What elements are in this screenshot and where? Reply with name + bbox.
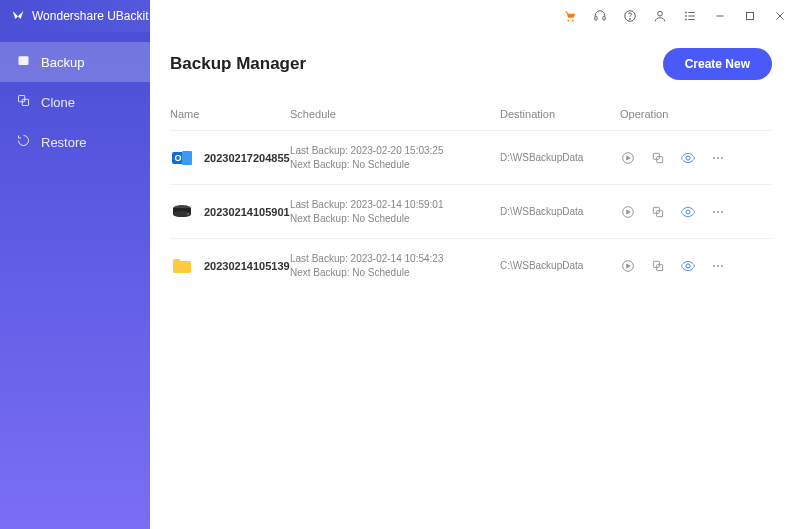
page-title: Backup Manager — [170, 54, 306, 74]
destination-path: D:\WSBackupData — [500, 206, 620, 217]
copy-icon[interactable] — [650, 150, 666, 166]
sidebar-item-label: Clone — [41, 95, 75, 110]
app-title: Wondershare UBackit — [32, 9, 149, 23]
next-backup: Next Backup: No Schedule — [290, 266, 500, 280]
more-icon[interactable] — [710, 258, 726, 274]
col-header-operation: Operation — [620, 108, 760, 120]
headset-icon[interactable] — [586, 2, 614, 30]
next-backup: Next Backup: No Schedule — [290, 212, 500, 226]
cart-icon[interactable] — [556, 2, 584, 30]
user-icon[interactable] — [646, 2, 674, 30]
view-icon[interactable] — [680, 204, 696, 220]
folder-icon — [170, 254, 204, 278]
copy-icon[interactable] — [650, 258, 666, 274]
svg-point-27 — [713, 157, 715, 159]
main-panel: Backup Manager Create New Name Schedule … — [150, 32, 800, 529]
col-header-name: Name — [170, 108, 290, 120]
svg-point-37 — [713, 211, 715, 213]
svg-point-43 — [686, 264, 690, 268]
svg-rect-18 — [19, 96, 25, 102]
app-brand: Wondershare UBackit — [0, 7, 149, 26]
svg-point-9 — [685, 15, 686, 16]
last-backup: Last Backup: 2023-02-20 15:03:25 — [290, 144, 500, 158]
table-row: O 20230217204855 Last Backup: 2023-02-20… — [170, 130, 772, 184]
svg-point-6 — [658, 11, 663, 16]
backup-name: 20230217204855 — [204, 152, 290, 164]
disk-icon — [170, 200, 204, 224]
menu-list-icon[interactable] — [676, 2, 704, 30]
backup-name: 20230214105901 — [204, 206, 290, 218]
svg-point-36 — [686, 210, 690, 214]
more-icon[interactable] — [710, 204, 726, 220]
svg-rect-17 — [19, 56, 29, 65]
sidebar-item-clone[interactable]: Clone — [0, 82, 150, 122]
sidebar-item-label: Restore — [41, 135, 87, 150]
run-backup-icon[interactable] — [620, 204, 636, 220]
svg-point-45 — [717, 265, 719, 267]
create-new-button[interactable]: Create New — [663, 48, 772, 80]
backup-icon — [16, 53, 31, 71]
copy-icon[interactable] — [650, 204, 666, 220]
svg-point-46 — [721, 265, 723, 267]
view-icon[interactable] — [680, 150, 696, 166]
svg-text:O: O — [174, 153, 181, 163]
col-header-schedule: Schedule — [290, 108, 500, 120]
svg-rect-19 — [22, 99, 28, 105]
svg-point-5 — [630, 18, 631, 19]
svg-rect-14 — [747, 13, 754, 20]
sidebar-item-label: Backup — [41, 55, 84, 70]
destination-path: D:\WSBackupData — [500, 152, 620, 163]
svg-point-29 — [721, 157, 723, 159]
table-row: 20230214105901 Last Backup: 2023-02-14 1… — [170, 184, 772, 238]
destination-path: C:\WSBackupData — [500, 260, 620, 271]
svg-rect-2 — [595, 17, 597, 20]
svg-point-44 — [713, 265, 715, 267]
svg-point-32 — [187, 213, 189, 215]
backup-name: 20230214105139 — [204, 260, 290, 272]
svg-point-1 — [572, 20, 574, 22]
svg-rect-3 — [603, 17, 605, 20]
restore-icon — [16, 133, 31, 151]
more-icon[interactable] — [710, 150, 726, 166]
app-logo-icon — [10, 7, 26, 26]
svg-point-7 — [685, 12, 686, 13]
svg-rect-22 — [182, 151, 192, 165]
svg-point-28 — [717, 157, 719, 159]
clone-icon — [16, 93, 31, 111]
svg-point-11 — [685, 19, 686, 20]
table-header: Name Schedule Destination Operation — [170, 98, 772, 130]
svg-point-0 — [567, 20, 569, 22]
svg-point-38 — [717, 211, 719, 213]
last-backup: Last Backup: 2023-02-14 10:54:23 — [290, 252, 500, 266]
last-backup: Last Backup: 2023-02-14 10:59:01 — [290, 198, 500, 212]
help-icon[interactable] — [616, 2, 644, 30]
close-button[interactable] — [766, 2, 794, 30]
outlook-icon: O — [170, 146, 204, 170]
svg-point-26 — [686, 156, 690, 160]
table-row: 20230214105139 Last Backup: 2023-02-14 1… — [170, 238, 772, 292]
run-backup-icon[interactable] — [620, 150, 636, 166]
col-header-destination: Destination — [500, 108, 620, 120]
next-backup: Next Backup: No Schedule — [290, 158, 500, 172]
minimize-button[interactable] — [706, 2, 734, 30]
view-icon[interactable] — [680, 258, 696, 274]
sidebar: Backup Clone Restore — [0, 32, 150, 529]
maximize-button[interactable] — [736, 2, 764, 30]
svg-point-39 — [721, 211, 723, 213]
sidebar-item-restore[interactable]: Restore — [0, 122, 150, 162]
run-backup-icon[interactable] — [620, 258, 636, 274]
sidebar-item-backup[interactable]: Backup — [0, 42, 150, 82]
